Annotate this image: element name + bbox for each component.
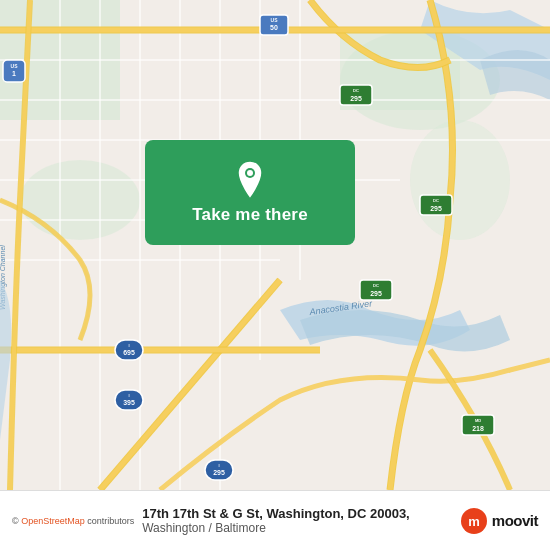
svg-text:218: 218 [472, 425, 484, 432]
moovit-icon: m [460, 507, 488, 535]
svg-text:295: 295 [350, 95, 362, 102]
svg-text:DC: DC [353, 88, 359, 93]
openstreetmap-link[interactable]: OpenStreetMap [21, 516, 85, 526]
svg-text:295: 295 [430, 205, 442, 212]
address-line1: 17th 17th St & G St, Washington, DC 2000… [142, 506, 410, 521]
moovit-logo: m moovit [460, 507, 538, 535]
attribution-suffix: contributors [85, 516, 135, 526]
take-me-there-overlay[interactable]: Take me there [145, 140, 355, 245]
svg-text:DC: DC [373, 283, 379, 288]
svg-text:US: US [271, 17, 279, 23]
svg-text:DC: DC [433, 198, 439, 203]
svg-point-2 [20, 160, 140, 240]
svg-text:I: I [128, 343, 129, 348]
location-pin-icon [234, 161, 266, 199]
svg-text:MD: MD [475, 418, 481, 423]
svg-point-5 [410, 120, 510, 240]
moovit-brand-text: moovit [492, 512, 538, 529]
map-view: US 1 US 50 I 395 I 695 DC 295 DC 295 DC … [0, 0, 550, 490]
map-attribution: © OpenStreetMap contributors [12, 516, 134, 526]
svg-text:50: 50 [270, 24, 278, 31]
svg-text:395: 395 [123, 399, 135, 406]
svg-text:295: 295 [213, 469, 225, 476]
take-me-there-button[interactable]: Take me there [192, 205, 308, 225]
svg-text:I: I [128, 393, 129, 398]
svg-text:295: 295 [370, 290, 382, 297]
svg-text:US: US [11, 63, 19, 69]
svg-point-55 [247, 170, 253, 176]
address-block: 17th 17th St & G St, Washington, DC 2000… [134, 506, 460, 535]
address-line2: Washington / Baltimore [142, 521, 266, 535]
svg-text:I: I [218, 463, 219, 468]
svg-text:695: 695 [123, 349, 135, 356]
attribution-prefix: © [12, 516, 21, 526]
svg-text:m: m [468, 514, 480, 529]
bottom-info-bar: © OpenStreetMap contributors 17th 17th S… [0, 490, 550, 550]
svg-text:1: 1 [12, 70, 16, 77]
